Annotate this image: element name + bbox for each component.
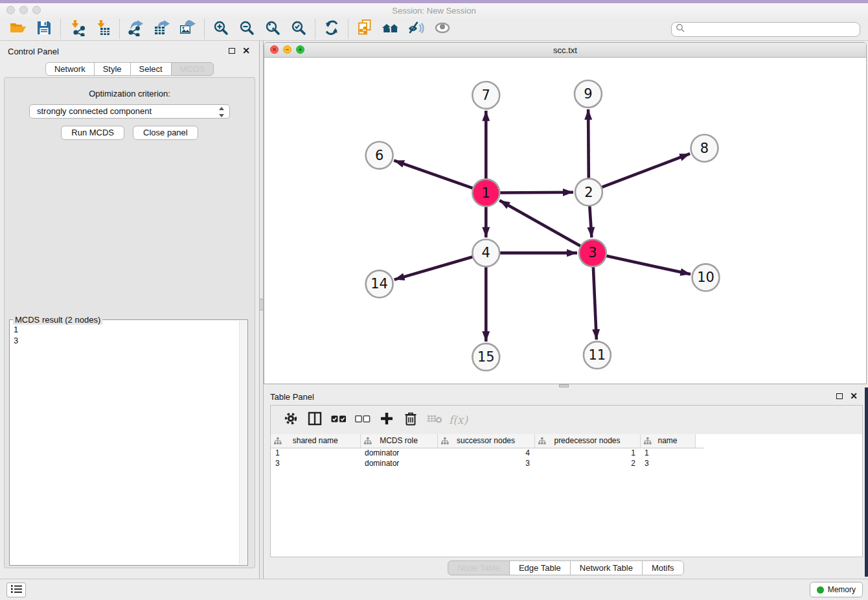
column-header-mcds-role[interactable]: MCDS role [360, 434, 437, 448]
graph-node-10[interactable]: 10 [692, 264, 720, 291]
vertical-splitter-handle[interactable] [260, 299, 263, 310]
table-row[interactable]: 1dominator411 [271, 448, 704, 458]
select-all-button[interactable] [326, 414, 350, 426]
zoom-out-button[interactable] [234, 19, 260, 40]
zoom-fit-button[interactable] [260, 19, 286, 40]
svg-text:2: 2 [584, 185, 593, 200]
table-cell[interactable]: 3 [437, 458, 534, 468]
tab-node-table[interactable]: Node Table [448, 560, 510, 575]
table-cell[interactable]: 1 [534, 448, 640, 458]
graph-node-11[interactable]: 11 [584, 341, 611, 369]
graph-edge-2-3[interactable] [589, 206, 591, 238]
graph-node-3[interactable]: 3 [579, 239, 606, 266]
zoom-in-button[interactable] [208, 19, 234, 40]
graph-edge-3-11[interactable] [593, 266, 597, 340]
graph-node-4[interactable]: 4 [472, 239, 499, 266]
tab-select[interactable]: Select [130, 62, 172, 76]
tab-motifs[interactable]: Motifs [642, 560, 684, 575]
vertical-splitter[interactable] [259, 41, 264, 579]
table-cell[interactable]: 1 [271, 448, 360, 458]
graph-node-7[interactable]: 7 [472, 82, 499, 109]
table-settings-button[interactable] [279, 411, 303, 428]
network-graph[interactable]: 7968124314101511 [264, 58, 866, 384]
tab-network[interactable]: Network [45, 62, 95, 76]
graph-edge-3-10[interactable] [606, 256, 691, 274]
tab-style[interactable]: Style [94, 62, 131, 76]
home-button[interactable] [378, 19, 404, 40]
import-network-button[interactable] [64, 19, 90, 40]
control-panel-close-icon[interactable]: ✕ [242, 47, 250, 54]
run-mcds-button[interactable]: Run MCDS [61, 126, 124, 140]
graph-edge-1-6[interactable] [394, 161, 473, 189]
refresh-icon [323, 20, 340, 38]
table-cell[interactable]: dominator [360, 448, 437, 458]
tab-network-table[interactable]: Network Table [570, 560, 643, 575]
graph-node-15[interactable]: 15 [472, 343, 499, 371]
refresh-button[interactable] [319, 19, 345, 40]
export-image-button[interactable] [175, 19, 201, 40]
network-window-titlebar[interactable]: × − + scc.txt [264, 43, 866, 58]
table-panel-float-icon[interactable] [836, 393, 843, 399]
table-cell-filler [695, 458, 704, 468]
table-panel-close-icon[interactable]: ✕ [850, 393, 858, 399]
horizontal-splitter-handle[interactable] [559, 384, 569, 387]
deselect-all-button[interactable] [350, 414, 374, 426]
search-input[interactable] [687, 25, 856, 34]
graph-edge-4-14[interactable] [394, 257, 474, 279]
column-header-shared-name[interactable]: shared name [271, 434, 360, 448]
clone-network-button[interactable] [352, 19, 378, 40]
column-header-name[interactable]: name [640, 434, 695, 448]
network-minimize-button[interactable]: − [283, 45, 291, 54]
plus-icon [380, 412, 393, 428]
graph-edge-3-1[interactable] [499, 200, 581, 246]
table-row[interactable]: 3dominator323 [271, 458, 704, 468]
memory-button[interactable]: Memory [810, 582, 863, 597]
table-cell[interactable]: 4 [437, 448, 534, 458]
tab-edge-table[interactable]: Edge Table [509, 560, 571, 575]
zoom-selected-button[interactable] [286, 19, 312, 40]
open-session-button[interactable] [5, 19, 31, 40]
hide-unhide-button[interactable] [404, 19, 429, 40]
control-panel-float-icon[interactable] [229, 48, 235, 54]
import-network-icon [69, 19, 86, 39]
criterion-dropdown[interactable]: strongly connected component [29, 104, 230, 119]
tab-mcds[interactable]: MCDS [171, 62, 214, 76]
export-network-button[interactable] [123, 19, 149, 40]
mcds-result-scrollbar[interactable] [239, 321, 247, 564]
delete-column-button[interactable] [398, 411, 422, 428]
table-cell[interactable]: 2 [534, 458, 640, 468]
graph-node-9[interactable]: 9 [575, 80, 602, 108]
network-maximize-button[interactable]: + [296, 45, 304, 54]
export-table-button[interactable] [149, 19, 175, 40]
graph-node-1[interactable]: 1 [472, 179, 499, 207]
close-window-button[interactable] [6, 6, 15, 14]
save-session-button[interactable] [31, 19, 57, 40]
graph-node-8[interactable]: 8 [691, 135, 718, 162]
table-cell[interactable]: 1 [640, 448, 695, 458]
eye-button[interactable] [429, 19, 455, 40]
graph-node-14[interactable]: 14 [366, 270, 393, 297]
network-close-button[interactable]: × [270, 45, 279, 54]
table-cell[interactable]: 3 [271, 458, 360, 468]
mcds-result-box: MCDS result (2 nodes) 1 3 [9, 319, 248, 566]
graph-node-2[interactable]: 2 [575, 179, 602, 206]
column-header-successor-nodes[interactable]: successor nodes [437, 434, 534, 448]
task-list-icon [11, 584, 22, 596]
graph-edge-2-9[interactable] [588, 110, 589, 179]
minimize-window-button[interactable] [19, 6, 28, 14]
table-cell[interactable]: dominator [360, 458, 437, 468]
create-column-button[interactable] [374, 412, 398, 428]
show-columns-button[interactable] [303, 411, 326, 428]
table-cell[interactable]: 3 [640, 458, 695, 468]
search-box[interactable] [671, 22, 860, 37]
network-canvas[interactable]: 7968124314101511 [264, 58, 866, 384]
show-task-history-button[interactable] [6, 583, 26, 597]
graph-node-6[interactable]: 6 [366, 142, 393, 169]
graph-edge-1-2[interactable] [499, 192, 573, 193]
close-panel-button[interactable]: Close panel [133, 126, 198, 140]
import-table-button[interactable] [90, 19, 116, 40]
graph-edge-2-8[interactable] [602, 154, 691, 187]
column-header-predecessor-nodes[interactable]: predecessor nodes [534, 434, 640, 448]
maximize-window-button[interactable] [32, 6, 41, 14]
open-session-icon [10, 21, 27, 38]
